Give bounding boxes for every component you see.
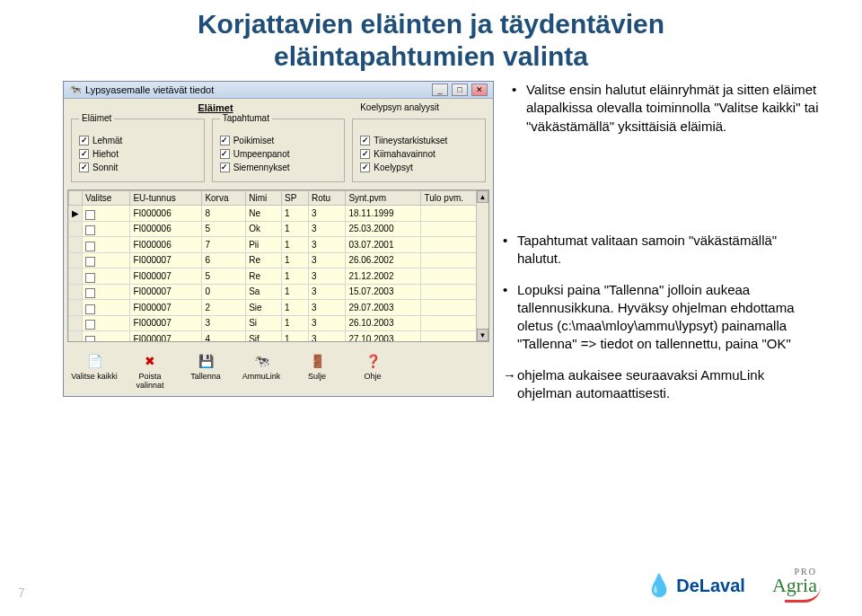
page-number: 7 [18, 585, 25, 600]
agria-pro: PRO [795, 567, 817, 576]
cell: 5 [202, 221, 246, 237]
toolbar-button[interactable]: 🚪Sulje [290, 349, 344, 392]
row-checkbox[interactable] [85, 273, 95, 283]
cell: FI000006 [130, 237, 202, 253]
group-tapahtumat: Tapahtumat Poikimiset Umpeenpanot Siemen… [212, 119, 346, 182]
row-checkbox[interactable] [85, 304, 95, 314]
toolbar-button[interactable]: 📄Valitse kaikki [67, 349, 121, 392]
table-row[interactable]: ▶FI0000068Ne1318.11.1999 [69, 206, 488, 222]
row-checkbox[interactable] [85, 210, 95, 220]
row-checkbox[interactable] [85, 225, 95, 235]
toolbar-icon: 📄 [84, 352, 104, 370]
table-row[interactable]: FI0000065Ok1325.03.2000 [69, 221, 488, 237]
chk-label: Sonnit [92, 163, 118, 172]
toolbar-label: Ohje [364, 372, 381, 381]
toolbar-button[interactable]: ✖Poista valinnat [123, 349, 177, 392]
cell: 3 [308, 315, 345, 331]
cell: 21.12.2002 [346, 268, 421, 285]
cell: 27.10.2003 [346, 331, 421, 343]
cell: 1 [281, 300, 308, 316]
cell: 1 [281, 206, 308, 222]
row-checkbox[interactable] [85, 336, 95, 343]
data-table: ValitseEU-tunnusKorvaNimiSPRotuSynt.pvmT… [67, 189, 489, 342]
table-row[interactable]: FI0000072Sie1329.07.2003 [69, 300, 488, 316]
chk-label: Tiineystarkistukset [374, 136, 447, 145]
column-header[interactable]: Synt.pvm [346, 191, 421, 206]
table-row[interactable]: FI0000070Sa1315.07.2003 [69, 284, 488, 300]
cell: FI000007 [130, 252, 202, 268]
section-koelypsyn: Koelypsyn analyysit [360, 102, 439, 112]
checkbox[interactable] [79, 149, 89, 159]
column-header[interactable]: EU-tunnus [130, 191, 202, 206]
toolbar-icon: 🐄 [251, 352, 271, 370]
column-header[interactable]: Korva [202, 191, 246, 206]
cell: 3 [308, 331, 345, 343]
table-row[interactable]: FI0000076Re1326.06.2002 [69, 252, 488, 268]
group-title-elaimet: Eläimet [79, 113, 114, 123]
checkbox[interactable] [360, 163, 370, 172]
cell: FI000007 [130, 300, 202, 316]
cell: 2 [202, 300, 246, 316]
table-row[interactable]: FI0000074Sif1327.10.2003 [69, 331, 488, 343]
toolbar-button[interactable]: ❓Ohje [346, 349, 400, 392]
delaval-text: DeLaval [676, 576, 745, 596]
table-row[interactable]: FI0000073Si1326.10.2003 [69, 315, 488, 331]
cell: 3 [308, 237, 345, 253]
checkbox[interactable] [79, 163, 89, 172]
cell: 7 [202, 237, 246, 253]
cell: Pii [246, 237, 282, 253]
checkbox[interactable] [220, 136, 230, 145]
app-icon: 🐄 [69, 84, 82, 96]
footer-logos: 💧 DeLaval PRO Agria [646, 573, 817, 598]
column-header[interactable]: Valitse [83, 191, 130, 206]
column-header[interactable]: Rotu [308, 191, 345, 206]
cell: FI000007 [130, 315, 202, 331]
table-row[interactable]: FI0000075Re1321.12.2002 [69, 268, 488, 285]
cell: Re [246, 268, 282, 285]
scroll-down[interactable]: ▼ [477, 329, 488, 341]
cell: Sie [246, 300, 282, 316]
cell: 1 [281, 237, 308, 253]
row-checkbox[interactable] [85, 288, 95, 298]
toolbar-button[interactable]: 💾Tallenna [179, 349, 233, 392]
chk-label: Koelypsyt [374, 163, 412, 172]
row-checkbox[interactable] [85, 257, 95, 267]
checkbox[interactable] [220, 149, 230, 159]
instructions-bottom: Tapahtumat valitaan samoin "väkästämällä… [503, 232, 817, 415]
chk-label: Hiehot [92, 149, 119, 159]
toolbar-icon: ❓ [363, 352, 383, 370]
scrollbar[interactable]: ▲ ▼ [476, 190, 488, 341]
toolbar-button[interactable]: 🐄AmmuLink [234, 349, 288, 392]
table-row[interactable]: FI0000067Pii1303.07.2001 [69, 237, 488, 253]
close-button[interactable]: ✕ [471, 84, 488, 96]
checkbox[interactable] [79, 136, 89, 145]
checkbox[interactable] [360, 149, 370, 159]
toolbar: 📄Valitse kaikki✖Poista valinnat💾Tallenna… [64, 346, 493, 396]
toolbar-label: AmmuLink [242, 372, 281, 381]
column-header[interactable]: Nimi [246, 191, 282, 206]
toolbar-label: Sulje [308, 372, 326, 381]
chk-label: Lehmät [92, 136, 122, 145]
scroll-up[interactable]: ▲ [477, 190, 488, 203]
cell: 3 [308, 221, 345, 237]
toolbar-icon: 🚪 [307, 352, 327, 370]
row-checkbox[interactable] [85, 242, 95, 251]
cell: 4 [202, 331, 246, 343]
cell: FI000006 [130, 206, 202, 222]
bullet: Lopuksi paina "Tallenna" jolloin aukeaa … [503, 281, 817, 354]
maximize-button[interactable]: □ [452, 84, 468, 96]
minimize-button[interactable]: _ [432, 84, 448, 96]
bullet: Tapahtumat valitaan samoin "väkästämällä… [503, 232, 817, 268]
window-titlebar: 🐄 Lypsyasemalle vietävät tiedot _ □ ✕ [64, 82, 493, 99]
column-header[interactable]: SP [281, 191, 308, 206]
page-title-line2: eläintapahtumien valinta [0, 41, 862, 72]
cell: Re [246, 252, 282, 268]
cell: 5 [202, 268, 246, 285]
group-elaimet: Eläimet Lehmät Hiehot Sonnit [71, 119, 205, 182]
row-checkbox[interactable] [85, 320, 95, 330]
cell: Ne [246, 206, 282, 222]
checkbox[interactable] [360, 136, 370, 145]
toolbar-label: Tallenna [190, 372, 221, 381]
checkbox[interactable] [220, 163, 230, 172]
swoosh-icon [785, 586, 821, 603]
